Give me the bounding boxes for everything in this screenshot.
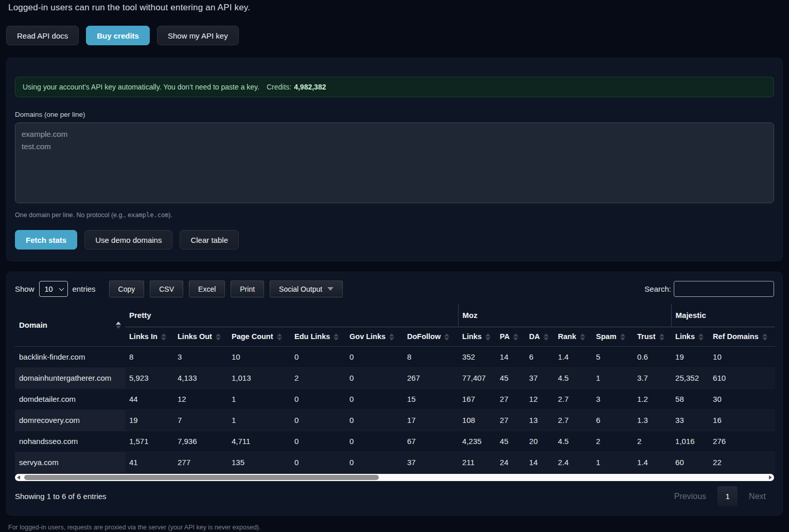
value-cell: 3.7 (633, 367, 671, 388)
column-header[interactable]: DoFollow (403, 327, 458, 346)
value-cell: 1 (592, 452, 633, 473)
search-group: Search: (644, 281, 774, 297)
csv-button[interactable]: CSV (150, 280, 183, 297)
group-header-pretty: Pretty (125, 304, 458, 327)
value-cell: 12 (173, 388, 227, 410)
value-cell: 0 (345, 410, 403, 431)
column-header[interactable]: Page Count (227, 327, 290, 346)
credits-value: 4,982,382 (294, 83, 326, 91)
value-cell: 16 (709, 410, 775, 431)
value-cell: 5 (592, 346, 633, 367)
value-cell: 0 (290, 410, 345, 431)
column-header[interactable]: PA (496, 327, 525, 346)
value-cell: 60 (671, 452, 709, 473)
column-header[interactable]: Links Out (173, 327, 227, 346)
buy-credits-button[interactable]: Buy credits (86, 26, 150, 45)
scroll-left-arrow-icon[interactable] (17, 475, 20, 480)
group-header-row: Domain Pretty Moz Majestic (15, 304, 775, 327)
group-header-majestic: Majestic (671, 304, 775, 327)
column-header[interactable]: Links (458, 327, 496, 346)
sort-icon (277, 333, 282, 341)
column-header[interactable]: Gov Links (345, 327, 403, 346)
sort-icon (444, 333, 449, 341)
sort-icon (216, 333, 221, 341)
sort-icon (485, 333, 490, 341)
entries-label: entries (73, 285, 96, 293)
value-cell: 1,571 (125, 431, 173, 452)
value-cell: 4,133 (173, 367, 227, 388)
search-input[interactable] (674, 281, 774, 297)
page-length-select-wrap: 10 (39, 281, 68, 297)
value-cell: 167 (458, 388, 496, 410)
copy-button[interactable]: Copy (109, 280, 145, 297)
value-cell: 45 (496, 431, 525, 452)
column-header[interactable]: Spam (592, 327, 633, 346)
read-api-docs-button[interactable]: Read API docs (6, 26, 79, 45)
value-cell: 0 (345, 452, 403, 473)
scrollbar-thumb[interactable] (24, 475, 379, 480)
value-cell: 2.7 (554, 388, 592, 410)
use-demo-domains-button[interactable]: Use demo domains (84, 230, 172, 250)
footer-note: For logged-in users, requests are proxie… (8, 524, 781, 531)
sort-icon (513, 333, 518, 341)
value-cell: 58 (671, 388, 709, 410)
value-cell: 7 (173, 410, 227, 431)
table-controls: Show 10 entries CopyCSVExcelPrintSocial … (15, 280, 774, 297)
clear-table-button[interactable]: Clear table (180, 230, 239, 250)
page: Logged-in users can run the tool without… (0, 0, 789, 532)
column-header[interactable]: DA (525, 327, 554, 346)
form-card: Using your account’s API key automatical… (6, 58, 783, 261)
value-cell: 108 (458, 410, 496, 431)
previous-page-button[interactable]: Previous (666, 492, 714, 501)
value-cell: 267 (403, 367, 458, 388)
domain-cell: nohandsseo.com (15, 431, 125, 452)
value-cell: 1.4 (633, 452, 671, 473)
column-header[interactable]: Ref Domains (709, 327, 775, 346)
value-cell: 44 (125, 388, 173, 410)
entries-info: Showing 1 to 6 of 6 entries (15, 492, 107, 501)
stats-table: Domain Pretty Moz Majestic Links InLinks… (15, 304, 775, 473)
print-button[interactable]: Print (231, 280, 264, 297)
fetch-stats-button[interactable]: Fetch stats (15, 230, 77, 250)
api-key-banner: Using your account’s API key automatical… (15, 77, 774, 97)
value-cell: 27 (496, 388, 525, 410)
horizontal-scrollbar[interactable] (15, 474, 774, 481)
value-cell: 2 (592, 431, 633, 452)
value-cell: 0 (345, 346, 403, 367)
value-cell: 1,016 (671, 431, 709, 452)
value-cell: 19 (125, 410, 173, 431)
value-cell: 37 (403, 452, 458, 473)
value-cell: 277 (173, 452, 227, 473)
domain-cell: domrecovery.com (15, 410, 125, 431)
value-cell: 4.5 (554, 367, 592, 388)
domain-cell: servya.com (15, 452, 125, 473)
value-cell: 45 (496, 367, 525, 388)
social-output-button[interactable]: Social Output (270, 280, 343, 297)
page-1-button[interactable]: 1 (717, 486, 738, 506)
value-cell: 19 (671, 346, 709, 367)
value-cell: 30 (709, 388, 775, 410)
value-cell: 8 (125, 346, 173, 367)
value-cell: 1 (227, 410, 290, 431)
column-header[interactable]: Edu Links (290, 327, 345, 346)
table-row: domdetailer.com44121001516727122.731.258… (15, 388, 775, 410)
domains-textarea[interactable] (15, 122, 774, 203)
next-page-button[interactable]: Next (741, 492, 774, 501)
value-cell: 4,235 (458, 431, 496, 452)
column-header[interactable]: Links In (125, 327, 173, 346)
value-cell: 276 (709, 431, 775, 452)
page-length-select[interactable]: 10 (39, 281, 68, 297)
column-header-domain[interactable]: Domain (15, 304, 125, 346)
scroll-right-arrow-icon[interactable] (769, 475, 772, 480)
show-api-key-button[interactable]: Show my API key (157, 26, 239, 45)
domains-help-text: One domain per line. No protocol (e.g., … (15, 211, 774, 219)
value-cell: 20 (525, 431, 554, 452)
excel-button[interactable]: Excel (189, 280, 225, 297)
pagination: Previous 1 Next (666, 486, 774, 506)
column-header[interactable]: Trust (633, 327, 671, 346)
domain-cell: domdetailer.com (15, 388, 125, 410)
value-cell: 0.6 (633, 346, 671, 367)
table-row: domainhuntergatherer.com5,9234,1331,0132… (15, 367, 775, 388)
column-header[interactable]: Rank (554, 327, 592, 346)
column-header[interactable]: Links (671, 327, 709, 346)
